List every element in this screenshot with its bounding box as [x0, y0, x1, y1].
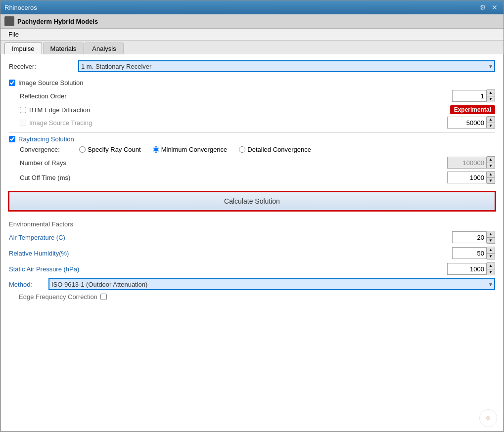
reflection-order-row: Reflection Order 1 ▲ ▼: [20, 89, 495, 102]
rel-humidity-spinbtns: ▲ ▼: [487, 247, 495, 259]
img-tracing-up[interactable]: ▲: [487, 117, 495, 123]
air-temp-spin: 20 ▲ ▼: [452, 231, 495, 244]
num-rays-input[interactable]: 100000: [447, 157, 487, 169]
title-bar-controls: ⚙ ✕: [478, 2, 500, 12]
air-temp-input[interactable]: 20: [452, 231, 487, 243]
tab-content: Receiver: 1 m. Stationary Receiver ▼ Ima…: [0, 54, 504, 432]
reflection-order-input[interactable]: 1: [452, 90, 487, 102]
cutoff-down[interactable]: ▼: [487, 177, 495, 183]
air-temp-row: Air Temperature (C) 20 ▲ ▼: [9, 231, 495, 244]
app-header: Pachyderm Hybrid Models: [0, 14, 504, 29]
air-temp-spinbtns: ▲ ▼: [487, 231, 495, 244]
btm-checkbox-label[interactable]: BTM Edge Diffraction: [20, 106, 90, 114]
img-tracing-checkbox-label[interactable]: Image Source Tracing: [20, 119, 92, 127]
detailed-convergence-text: Detailed Convergence: [247, 146, 311, 153]
detailed-convergence-radio[interactable]: [239, 146, 245, 153]
static-pressure-input[interactable]: 1000: [447, 263, 487, 275]
detailed-convergence-label[interactable]: Detailed Convergence: [239, 146, 311, 153]
experimental-badge: Experimental: [450, 105, 495, 114]
tab-impulse[interactable]: Impulse: [4, 43, 42, 54]
img-tracing-label: Image Source Tracing: [29, 119, 92, 127]
window-title: Rhinoceros: [4, 4, 37, 11]
img-source-checkbox[interactable]: [9, 80, 15, 86]
tab-analysis[interactable]: Analysis: [85, 43, 123, 54]
rel-humidity-up[interactable]: ▲: [487, 247, 495, 253]
title-bar-left: Rhinoceros: [4, 4, 37, 11]
num-rays-spin: 100000 ▲ ▼: [447, 156, 495, 169]
static-pressure-down[interactable]: ▼: [487, 269, 495, 275]
rel-humidity-input[interactable]: 50: [452, 247, 487, 259]
min-convergence-text: Minimum Convergence: [161, 146, 228, 153]
img-source-section: Image Source Solution Reflection Order 1…: [9, 79, 495, 129]
static-pressure-up[interactable]: ▲: [487, 263, 495, 269]
num-rays-down[interactable]: ▼: [487, 163, 495, 169]
edge-freq-checkbox[interactable]: [100, 294, 107, 300]
convergence-row: Convergence: Specify Ray Count Minimum C…: [20, 146, 495, 153]
method-select-wrapper: ISO 9613-1 (Outdoor Attenuation) ▼: [48, 278, 495, 290]
method-select[interactable]: ISO 9613-1 (Outdoor Attenuation): [48, 278, 495, 290]
rel-humidity-label: Relative Humidity(%): [9, 250, 452, 257]
rel-humidity-down[interactable]: ▼: [487, 253, 495, 259]
tab-bar: Impulse Materials Analysis: [0, 41, 504, 54]
menu-file[interactable]: File: [4, 30, 23, 39]
receiver-select[interactable]: 1 m. Stationary Receiver: [78, 60, 495, 72]
img-tracing-spinbtns: ▲ ▼: [487, 116, 495, 129]
img-source-checkbox-label[interactable]: Image Source Solution: [9, 79, 495, 86]
cutoff-input[interactable]: 1000: [447, 172, 487, 183]
img-tracing-row: Image Source Tracing 50000 ▲ ▼: [20, 116, 495, 129]
receiver-select-wrapper: 1 m. Stationary Receiver ▼: [78, 60, 495, 72]
raytrace-label: Raytracing Solution: [18, 135, 74, 143]
menu-bar: File: [0, 29, 504, 41]
static-pressure-row: Static Air Pressure (hPa) 1000 ▲ ▼: [9, 262, 495, 275]
img-tracing-spin: 50000 ▲ ▼: [447, 116, 495, 129]
btm-label: BTM Edge Diffraction: [29, 106, 90, 114]
raytrace-checkbox-label[interactable]: Raytracing Solution: [9, 135, 495, 143]
static-pressure-label: Static Air Pressure (hPa): [9, 265, 447, 273]
btm-row: BTM Edge Diffraction Experimental: [20, 105, 495, 114]
app-icon: [4, 16, 14, 26]
calculate-button[interactable]: Calculate Solution: [9, 192, 495, 211]
cutoff-row: Cut Off Time (ms) 1000 ▲ ▼: [20, 171, 495, 184]
num-rays-row: Number of Rays 100000 ▲ ▼: [20, 156, 495, 169]
specify-ray-count-text: Specify Ray Count: [88, 146, 141, 153]
raytrace-checkbox[interactable]: [9, 136, 15, 142]
img-tracing-checkbox: [20, 120, 26, 126]
cutoff-up[interactable]: ▲: [487, 172, 495, 177]
cutoff-label: Cut Off Time (ms): [20, 174, 447, 181]
reflection-order-up[interactable]: ▲: [487, 90, 495, 96]
reflection-order-spinbtns: ▲ ▼: [487, 89, 495, 102]
divider-1: [9, 132, 495, 132]
min-convergence-label[interactable]: Minimum Convergence: [153, 146, 228, 153]
method-label: Method:: [9, 281, 48, 288]
reflection-order-spin: 1 ▲ ▼: [452, 89, 495, 102]
raytrace-section: Raytracing Solution Convergence: Specify…: [9, 135, 495, 184]
specify-ray-count-radio[interactable]: [79, 146, 86, 153]
close-button[interactable]: ✕: [490, 2, 500, 12]
specify-ray-count-label[interactable]: Specify Ray Count: [79, 146, 141, 153]
img-tracing-input[interactable]: 50000: [447, 117, 487, 129]
num-rays-up[interactable]: ▲: [487, 157, 495, 163]
static-pressure-spin: 1000 ▲ ▼: [447, 262, 495, 275]
env-factors-section: Environmental Factors Air Temperature (C…: [9, 220, 495, 301]
tab-materials[interactable]: Materials: [43, 43, 84, 54]
convergence-radio-group: Specify Ray Count Minimum Convergence De…: [79, 146, 495, 153]
air-temp-down[interactable]: ▼: [487, 237, 495, 243]
main-window: Rhinoceros ⚙ ✕ Pachyderm Hybrid Models F…: [0, 0, 504, 432]
num-rays-spinbtns: ▲ ▼: [487, 156, 495, 169]
reflection-order-down[interactable]: ▼: [487, 96, 495, 102]
img-source-label: Image Source Solution: [18, 79, 84, 86]
cutoff-spin: 1000 ▲ ▼: [447, 171, 495, 184]
receiver-label: Receiver:: [9, 63, 78, 70]
reflection-order-label: Reflection Order: [20, 92, 452, 100]
num-rays-label: Number of Rays: [20, 159, 447, 167]
edge-freq-label: Edge Frequency Correction: [19, 293, 97, 301]
app-name: Pachyderm Hybrid Models: [17, 18, 98, 25]
calculate-label: Calculate Solution: [224, 197, 280, 205]
settings-button[interactable]: ⚙: [478, 2, 488, 12]
rel-humidity-row: Relative Humidity(%) 50 ▲ ▼: [9, 247, 495, 259]
air-temp-up[interactable]: ▲: [487, 231, 495, 237]
air-temp-label: Air Temperature (C): [9, 234, 452, 241]
min-convergence-radio[interactable]: [153, 146, 159, 153]
img-tracing-down[interactable]: ▼: [487, 123, 495, 129]
btm-checkbox[interactable]: [20, 107, 26, 113]
